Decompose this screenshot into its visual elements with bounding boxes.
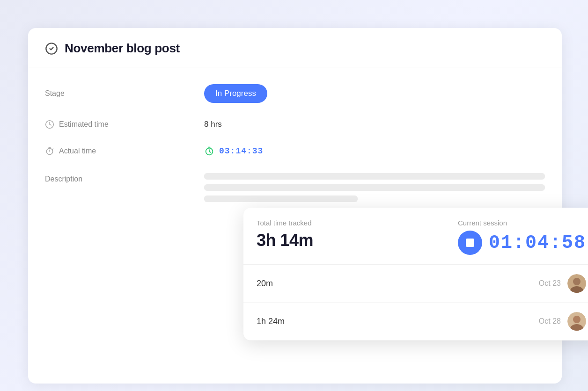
running-timer-icon [204, 146, 214, 156]
task-header: November blog post [28, 28, 562, 67]
estimated-label: Estimated time [45, 120, 204, 129]
session-row: 20m Oct 23 [243, 265, 588, 303]
description-lines [204, 173, 545, 202]
current-session-section: Current session 01:04:58 [458, 219, 586, 255]
main-card: November blog post Stage In Progress Est… [28, 28, 562, 384]
session-rows: 20m Oct 23 1h 24m [243, 265, 588, 340]
description-label: Description [45, 173, 204, 183]
session-right-2: Oct 28 [539, 312, 586, 331]
actual-time-row: Actual time 03:14:33 [45, 146, 545, 156]
total-time-section: Total time tracked 3h 14m [257, 219, 313, 250]
stage-value: In Progress [204, 84, 267, 103]
session-row: 1h 24m Oct 28 [243, 303, 588, 340]
svg-point-10 [573, 278, 581, 285]
actual-time-wrapper: 03:14:33 [204, 146, 263, 156]
desc-line-2 [204, 184, 545, 191]
estimated-time-row: Estimated time 8 hrs [45, 120, 545, 129]
actual-time-value: 03:14:33 [219, 146, 263, 156]
time-tracker-card: Total time tracked 3h 14m Current sessio… [243, 208, 588, 340]
estimated-value: 8 hrs [204, 120, 222, 129]
actual-label: Actual time [45, 146, 204, 156]
total-time-value: 3h 14m [257, 231, 313, 250]
task-title: November blog post [65, 41, 180, 56]
stage-label: Stage [45, 89, 204, 98]
current-session-label: Current session [458, 219, 586, 227]
session-duration-2: 1h 24m [257, 317, 285, 326]
stop-icon [466, 239, 474, 247]
total-time-label: Total time tracked [257, 219, 313, 227]
check-circle-icon [45, 42, 58, 55]
svg-point-13 [573, 316, 581, 323]
desc-line-3 [204, 196, 358, 202]
session-right-1: Oct 23 [539, 274, 586, 293]
tracker-header: Total time tracked 3h 14m Current sessio… [243, 208, 588, 265]
session-duration-1: 20m [257, 279, 273, 289]
stage-badge[interactable]: In Progress [204, 84, 267, 103]
avatar-2 [567, 312, 586, 331]
stage-row: Stage In Progress [45, 84, 545, 103]
current-session-time: 01:04:58 [489, 232, 586, 253]
clock-icon [45, 120, 54, 129]
svg-line-5 [52, 149, 53, 150]
current-session-controls: 01:04:58 [458, 231, 586, 255]
session-date-1: Oct 23 [539, 279, 561, 288]
description-row: Description [45, 173, 545, 202]
stop-button[interactable] [458, 231, 482, 255]
stopwatch-icon [45, 146, 54, 156]
desc-line-1 [204, 173, 545, 180]
session-date-2: Oct 28 [539, 317, 561, 326]
task-content: Stage In Progress Estimated time 8 hrs [28, 67, 562, 236]
avatar-1 [567, 274, 586, 293]
